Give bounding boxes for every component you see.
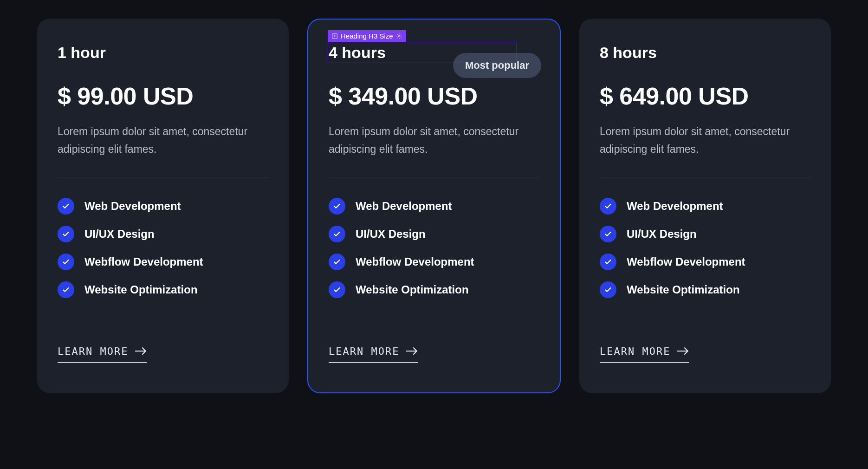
- divider: [600, 177, 810, 177]
- pricing-grid: 1 hour $ 99.00 USD Lorem ipsum dolor sit…: [37, 19, 831, 393]
- feature-label: Web Development: [84, 200, 181, 213]
- check-icon: [58, 254, 74, 270]
- plan-description: Lorem ipsum dolor sit amet, consectetur …: [329, 123, 539, 158]
- learn-more-label: LEARN MORE: [600, 345, 670, 357]
- check-icon: [58, 198, 74, 215]
- feature-label: Webflow Development: [356, 255, 474, 268]
- check-icon: [329, 281, 345, 298]
- plan-title: 8 hours: [600, 44, 810, 62]
- learn-more-label: LEARN MORE: [58, 345, 128, 357]
- feature-label: UI/UX Design: [356, 228, 426, 241]
- feature-label: Website Optimization: [627, 283, 740, 296]
- learn-more-link[interactable]: LEARN MORE: [600, 345, 689, 363]
- plan-price: $ 649.00 USD: [600, 82, 810, 110]
- plan-price: $ 99.00 USD: [58, 82, 268, 110]
- arrow-right-icon: [135, 346, 147, 356]
- feature-item: UI/UX Design: [329, 226, 539, 242]
- feature-item: Web Development: [329, 198, 539, 215]
- plan-price: $ 349.00 USD: [329, 82, 539, 110]
- feature-item: Website Optimization: [329, 281, 539, 298]
- gear-icon[interactable]: [396, 33, 402, 39]
- feature-item: UI/UX Design: [58, 226, 268, 242]
- feature-label: Website Optimization: [84, 283, 198, 296]
- feature-label: Website Optimization: [356, 283, 469, 296]
- learn-more-label: LEARN MORE: [329, 345, 399, 357]
- learn-more-link[interactable]: LEARN MORE: [58, 345, 147, 363]
- feature-label: UI/UX Design: [84, 228, 155, 241]
- feature-item: Website Optimization: [600, 281, 810, 298]
- feature-item: Web Development: [600, 198, 810, 215]
- text-element-icon: [331, 33, 338, 39]
- check-icon: [600, 226, 616, 242]
- check-icon: [329, 226, 345, 242]
- pricing-card-1hour: 1 hour $ 99.00 USD Lorem ipsum dolor sit…: [37, 19, 289, 393]
- feature-item: Website Optimization: [58, 281, 268, 298]
- feature-list: Web Development UI/UX Design Webflow Dev…: [600, 198, 810, 298]
- svg-point-2: [398, 35, 400, 37]
- divider: [58, 177, 268, 177]
- feature-label: Webflow Development: [84, 255, 203, 268]
- arrow-right-icon: [677, 346, 689, 356]
- check-icon: [600, 254, 616, 270]
- plan-title[interactable]: 4 hours: [329, 44, 539, 62]
- pricing-card-4hours: Most popular 4 hours Heading H3 Size $ 3…: [307, 19, 561, 393]
- feature-item: Webflow Development: [58, 254, 268, 270]
- learn-more-link[interactable]: LEARN MORE: [329, 345, 418, 363]
- feature-list: Web Development UI/UX Design Webflow Dev…: [329, 198, 539, 298]
- check-icon: [600, 281, 616, 298]
- feature-label: Web Development: [356, 200, 452, 213]
- arrow-right-icon: [406, 346, 418, 356]
- feature-label: Web Development: [627, 200, 723, 213]
- svg-rect-1: [332, 33, 337, 39]
- check-icon: [600, 198, 616, 215]
- feature-list: Web Development UI/UX Design Webflow Dev…: [58, 198, 268, 298]
- plan-description: Lorem ipsum dolor sit amet, consectetur …: [58, 123, 268, 158]
- feature-label: UI/UX Design: [627, 228, 697, 241]
- plan-title: 1 hour: [58, 44, 268, 62]
- feature-item: Web Development: [58, 198, 268, 215]
- plan-description: Lorem ipsum dolor sit amet, consectetur …: [600, 123, 810, 158]
- feature-item: Webflow Development: [600, 254, 810, 270]
- check-icon: [329, 254, 345, 270]
- editor-selection-tag[interactable]: Heading H3 Size: [328, 30, 406, 42]
- pricing-card-8hours: 8 hours $ 649.00 USD Lorem ipsum dolor s…: [579, 19, 831, 393]
- editor-selection-label: Heading H3 Size: [341, 32, 393, 40]
- check-icon: [58, 226, 74, 242]
- feature-item: Webflow Development: [329, 254, 539, 270]
- feature-label: Webflow Development: [627, 255, 745, 268]
- check-icon: [329, 198, 345, 215]
- feature-item: UI/UX Design: [600, 226, 810, 242]
- divider: [329, 177, 539, 177]
- check-icon: [58, 281, 74, 298]
